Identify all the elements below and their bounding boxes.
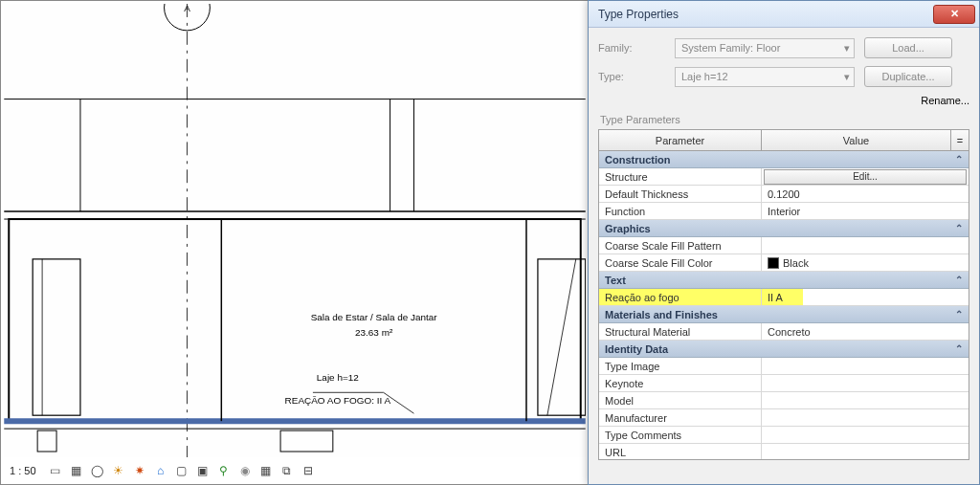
shadows-icon[interactable]: ✷ <box>132 463 147 478</box>
property-value[interactable] <box>762 444 969 459</box>
room-area: 23.63 m² <box>355 327 393 338</box>
property-name: Structure <box>599 168 762 185</box>
svg-line-16 <box>547 259 576 415</box>
property-row[interactable]: Type Image <box>599 358 969 375</box>
drawing-viewport[interactable]: A Sala de Estar / Sala de Jantar 23.63 m… <box>4 4 586 457</box>
collapse-icon[interactable]: ⌃ <box>955 343 963 354</box>
worksharing-icon[interactable]: ⧉ <box>279 463 295 478</box>
collapse-icon[interactable]: ⌃ <box>955 275 963 285</box>
grid-header: Parameter Value = <box>599 130 969 151</box>
property-name: Type Image <box>599 358 762 374</box>
analytical-icon[interactable]: ⊟ <box>301 463 316 478</box>
property-name: Coarse Scale Fill Color <box>599 254 762 271</box>
property-value[interactable] <box>762 427 969 443</box>
property-name: Manufacturer <box>599 409 762 426</box>
grid-body[interactable]: Construction⌃StructureEdit...Default Thi… <box>599 151 969 459</box>
property-row[interactable]: StructureEdit... <box>599 168 969 186</box>
property-name: Keynote <box>599 375 762 391</box>
group-header[interactable]: Identity Data⌃ <box>599 341 969 358</box>
svg-rect-17 <box>37 430 56 452</box>
collapse-icon[interactable]: ⌃ <box>955 154 963 165</box>
edit-button[interactable]: Edit... <box>764 169 967 185</box>
property-row[interactable]: Default Thickness0.1200 <box>599 186 969 203</box>
family-label: Family: <box>598 42 665 54</box>
tag-line2: REAÇÃO AO FOGO: II A <box>285 395 391 406</box>
property-row[interactable]: Manufacturer <box>599 409 969 427</box>
family-combo[interactable]: System Family: Floor <box>675 38 855 58</box>
type-parameters-label: Type Parameters <box>600 114 969 125</box>
load-button[interactable]: Load... <box>864 37 952 58</box>
temporary-hide-icon[interactable]: ◉ <box>237 463 253 478</box>
property-value[interactable]: Concreto <box>762 323 969 340</box>
model-graphics-icon[interactable]: ▭ <box>48 463 63 478</box>
property-row[interactable]: Type Comments <box>599 427 969 444</box>
dialog-titlebar[interactable]: Type Properties ✕ <box>589 1 979 28</box>
property-row[interactable]: Coarse Scale Fill ColorBlack <box>599 254 969 272</box>
crop-view-icon[interactable]: ▢ <box>174 463 189 478</box>
scale-value[interactable]: 1 : 50 <box>10 465 36 476</box>
group-header[interactable]: Graphics⌃ <box>599 220 969 237</box>
property-value[interactable]: Black <box>762 254 969 271</box>
col-value[interactable]: Value <box>762 130 951 150</box>
rendering-icon[interactable]: ⌂ <box>153 463 168 478</box>
col-extra[interactable]: = <box>951 130 969 150</box>
arc-label: A <box>184 4 190 13</box>
room-name: Sala de Estar / Sala de Jantar <box>311 312 438 322</box>
property-row[interactable]: Structural MaterialConcreto <box>599 323 969 341</box>
property-name: Function <box>599 203 762 219</box>
svg-rect-13 <box>33 259 80 415</box>
property-name: Reação ao fogo <box>599 289 762 305</box>
collapse-icon[interactable]: ⌃ <box>955 309 963 320</box>
detail-level-icon[interactable]: ▦ <box>69 463 84 478</box>
svg-rect-18 <box>280 430 333 452</box>
sun-path-icon[interactable]: ☀ <box>111 463 126 478</box>
dialog-title: Type Properties <box>598 8 933 21</box>
view-control-bar: 1 : 50 ▭ ▦ ◯ ☀ ✷ ⌂ ▢ ▣ ⚲ ◉ ▦ ⧉ ⊟ <box>4 460 322 481</box>
property-row[interactable]: Coarse Scale Fill Pattern <box>599 237 969 254</box>
close-button[interactable]: ✕ <box>933 5 975 24</box>
property-name: URL <box>599 444 762 459</box>
tag-line1: Laje h=12 <box>317 372 359 383</box>
property-row[interactable]: Model <box>599 392 969 409</box>
property-value[interactable]: II A <box>762 289 969 305</box>
property-value[interactable] <box>762 375 969 391</box>
property-name: Structural Material <box>599 323 762 340</box>
property-row[interactable]: FunctionInterior <box>599 203 969 220</box>
property-value[interactable]: Interior <box>762 203 969 219</box>
group-header[interactable]: Materials and Finishes⌃ <box>599 306 969 323</box>
unlock-icon[interactable]: ⚲ <box>216 463 232 478</box>
property-name: Model <box>599 392 762 408</box>
group-header[interactable]: Construction⌃ <box>599 151 969 168</box>
property-name: Type Comments <box>599 427 762 443</box>
type-label: Type: <box>598 71 665 82</box>
visual-style-icon[interactable]: ◯ <box>90 463 105 478</box>
property-value[interactable] <box>762 237 969 254</box>
property-name: Coarse Scale Fill Pattern <box>599 237 762 254</box>
property-row[interactable]: Reação ao fogoII A <box>599 289 969 306</box>
close-icon: ✕ <box>950 8 959 20</box>
property-value[interactable]: 0.1200 <box>762 186 969 202</box>
group-header[interactable]: Text⌃ <box>599 272 969 289</box>
svg-rect-8 <box>9 219 580 421</box>
property-value[interactable]: Edit... <box>762 168 969 185</box>
color-swatch <box>768 257 779 269</box>
type-properties-dialog: Type Properties ✕ Family: System Family:… <box>588 0 980 485</box>
property-name: Default Thickness <box>599 186 762 202</box>
col-parameter[interactable]: Parameter <box>599 130 762 150</box>
crop-region-icon[interactable]: ▣ <box>195 463 211 478</box>
property-row[interactable]: URL <box>599 444 969 459</box>
property-row[interactable]: Keynote <box>599 375 969 392</box>
collapse-icon[interactable]: ⌃ <box>955 223 963 233</box>
type-parameters-grid: Parameter Value = Construction⌃Structure… <box>598 129 969 460</box>
duplicate-button[interactable]: Duplicate... <box>864 66 952 87</box>
property-value[interactable] <box>762 358 969 374</box>
type-combo[interactable]: Laje h=12 <box>675 67 855 87</box>
reveal-hidden-icon[interactable]: ▦ <box>258 463 274 478</box>
rename-button[interactable]: Rename... <box>921 95 969 106</box>
drawing-canvas[interactable]: A Sala de Estar / Sala de Jantar 23.63 m… <box>0 0 591 485</box>
property-value[interactable] <box>762 392 969 408</box>
property-value[interactable] <box>762 409 969 426</box>
